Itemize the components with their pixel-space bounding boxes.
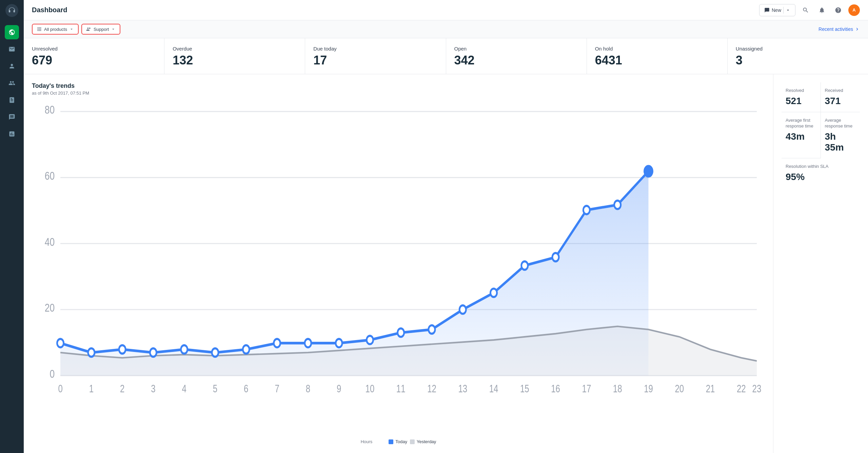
- new-button[interactable]: New: [759, 4, 795, 16]
- svg-text:3: 3: [151, 383, 155, 395]
- svg-point-40: [150, 348, 156, 357]
- svg-point-41: [181, 345, 188, 354]
- metric-label-avg-first-response: Average first response time: [786, 118, 816, 129]
- metric-received: Received 371: [821, 82, 860, 112]
- svg-point-52: [521, 261, 528, 270]
- stat-label-unassigned: Unassigned: [736, 46, 860, 52]
- sidebar-item-chat[interactable]: [5, 110, 19, 124]
- svg-point-37: [57, 339, 63, 348]
- products-icon: [37, 26, 42, 32]
- notifications-button[interactable]: [816, 4, 828, 16]
- svg-text:80: 80: [45, 103, 55, 116]
- help-icon: [835, 7, 842, 14]
- trends-chart: 80 60 40 20 0 0 1 2: [32, 101, 765, 436]
- stat-overdue: Overdue 132: [164, 38, 305, 74]
- svg-point-56: [644, 166, 652, 177]
- sidebar-item-reports[interactable]: [5, 127, 19, 141]
- support-icon: [86, 26, 92, 32]
- all-products-label: All products: [44, 27, 67, 32]
- metric-label-received: Received: [825, 88, 856, 94]
- svg-text:13: 13: [458, 383, 467, 395]
- chevron-down-icon: [69, 27, 74, 32]
- main-content: Dashboard New: [24, 0, 868, 453]
- filterbar: All products Support Recent activities: [24, 20, 868, 38]
- svg-text:12: 12: [427, 383, 436, 395]
- content-area: Today's trends as of 9th Oct 2017, 07:51…: [24, 74, 868, 453]
- stats-row: Unresolved 679 Overdue 132 Due today 17 …: [24, 38, 868, 74]
- new-button-label: New: [772, 7, 781, 13]
- svg-text:17: 17: [582, 383, 591, 395]
- svg-text:1: 1: [89, 383, 94, 395]
- sidebar-item-docs[interactable]: [5, 93, 19, 107]
- sidebar-item-contacts[interactable]: [5, 59, 19, 73]
- compose-icon: [764, 7, 770, 13]
- svg-text:7: 7: [275, 383, 279, 395]
- sidebar-item-groups[interactable]: [5, 76, 19, 90]
- svg-point-51: [490, 289, 497, 297]
- svg-text:2: 2: [120, 383, 124, 395]
- svg-point-45: [305, 339, 311, 348]
- svg-text:11: 11: [396, 383, 406, 395]
- avatar[interactable]: A: [848, 4, 860, 16]
- svg-text:22: 22: [737, 383, 746, 395]
- svg-text:4: 4: [182, 383, 186, 395]
- svg-text:5: 5: [213, 383, 217, 395]
- chart-x-label: Hours: [361, 439, 373, 444]
- svg-text:0: 0: [50, 367, 55, 380]
- svg-text:15: 15: [520, 383, 529, 395]
- metric-value-resolved: 521: [786, 96, 816, 106]
- metric-value-received: 371: [825, 96, 856, 106]
- metric-label-resolved: Resolved: [786, 88, 816, 94]
- help-button[interactable]: [832, 4, 844, 16]
- svg-text:20: 20: [45, 301, 55, 314]
- svg-point-50: [459, 306, 466, 314]
- stat-label-unresolved: Unresolved: [32, 46, 156, 52]
- svg-text:14: 14: [489, 383, 498, 395]
- metric-label-resolution-sla: Resolution within SLA: [786, 164, 856, 170]
- svg-text:18: 18: [613, 383, 622, 395]
- chart-title: Today's trends: [32, 82, 765, 90]
- page-title: Dashboard: [32, 6, 67, 14]
- stat-unassigned: Unassigned 3: [728, 38, 868, 74]
- sidebar-item-support[interactable]: [5, 25, 19, 39]
- svg-point-42: [212, 348, 218, 357]
- legend-yesterday: Yesterday: [417, 439, 436, 444]
- stat-due-today: Due today 17: [305, 38, 446, 74]
- filterbar-filters: All products Support: [32, 24, 120, 35]
- stat-value-due-today: 17: [313, 54, 437, 66]
- svg-point-46: [336, 339, 342, 348]
- svg-point-53: [552, 253, 559, 261]
- svg-point-54: [583, 206, 590, 214]
- support-label: Support: [94, 27, 109, 32]
- svg-text:6: 6: [244, 383, 248, 395]
- stat-label-open: Open: [454, 46, 578, 52]
- stat-on-hold: On hold 6431: [587, 38, 728, 74]
- today-legend-swatch: [389, 439, 393, 444]
- svg-point-39: [119, 345, 125, 354]
- recent-activities-link[interactable]: Recent activities: [818, 26, 860, 32]
- svg-text:40: 40: [45, 235, 55, 248]
- metric-value-avg-first-response: 43m: [786, 131, 816, 142]
- search-button[interactable]: [800, 4, 812, 16]
- svg-text:21: 21: [706, 383, 715, 395]
- sidebar: [0, 0, 24, 453]
- svg-point-55: [614, 201, 621, 209]
- stat-value-unassigned: 3: [736, 54, 860, 66]
- all-products-filter[interactable]: All products: [32, 24, 79, 35]
- svg-text:16: 16: [551, 383, 560, 395]
- svg-text:10: 10: [366, 383, 375, 395]
- svg-text:0: 0: [58, 383, 62, 395]
- metric-resolved: Resolved 521: [782, 82, 821, 112]
- sidebar-item-tickets[interactable]: [5, 42, 19, 56]
- metric-avg-first-response: Average first response time 43m: [782, 112, 821, 158]
- stat-unresolved: Unresolved 679: [24, 38, 164, 74]
- svg-point-48: [398, 329, 404, 337]
- app-logo[interactable]: [5, 4, 18, 17]
- chevron-right-icon: [854, 26, 860, 32]
- chart-section: Today's trends as of 9th Oct 2017, 07:51…: [24, 74, 773, 453]
- svg-text:19: 19: [644, 383, 653, 395]
- stat-value-on-hold: 6431: [595, 54, 719, 66]
- support-filter[interactable]: Support: [81, 24, 121, 35]
- svg-point-38: [88, 348, 95, 357]
- chart-container: 80 60 40 20 0 0 1 2: [32, 101, 765, 436]
